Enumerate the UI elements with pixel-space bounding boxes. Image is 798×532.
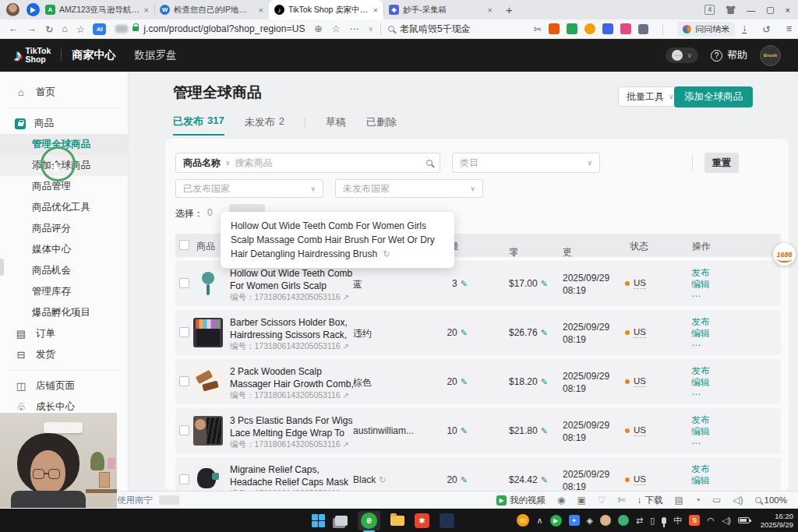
product-title[interactable]: Barber Scissors Holder Box, Hairdressing… xyxy=(230,317,355,342)
published-country-select[interactable]: 已发布国家 ∨ xyxy=(175,179,323,198)
security-badge[interactable]: 92 xyxy=(517,514,529,527)
back-icon[interactable]: ← xyxy=(9,23,19,34)
tray-audio-device-icon[interactable]: ▯ xyxy=(650,516,655,526)
clip-icon[interactable]: ✄ xyxy=(618,495,626,506)
home-icon[interactable]: ⌂ xyxy=(62,23,68,34)
row-checkbox[interactable] xyxy=(179,376,189,386)
add-global-product-button[interactable]: 添加全球商品 xyxy=(674,86,753,107)
tab-close-icon[interactable]: × xyxy=(259,5,263,15)
browser-tab-miaoshou[interactable]: ◆ 妙手-采集箱 × xyxy=(383,0,498,19)
reset-button[interactable]: 重置 xyxy=(704,153,739,173)
theme-skin-icon[interactable] xyxy=(726,5,736,14)
nav-data-compass[interactable]: 数据罗盘 xyxy=(134,48,176,62)
table-row[interactable]: Migraine Relief Caps, Headache Relief Ca… xyxy=(175,457,781,491)
tray-globe-icon[interactable]: ◈ xyxy=(587,516,593,526)
row-checkbox[interactable] xyxy=(179,474,189,484)
sidebar-item-product-rating[interactable]: 商品评分 xyxy=(0,218,128,239)
favorites-icon[interactable]: ☆ xyxy=(76,23,85,35)
tray-green-icon[interactable] xyxy=(618,515,629,526)
browser-tab-ip-check[interactable]: W 检查您自己的IP地址和DNS × xyxy=(154,0,269,19)
dropdown-chevron-icon[interactable]: ∨ xyxy=(368,25,373,33)
tray-blue-app-icon[interactable]: ✦ xyxy=(569,515,580,526)
compat-mode-icon[interactable]: ◔ xyxy=(695,495,701,506)
extension-icon-blue[interactable] xyxy=(602,23,613,34)
sidebar-item-product-optimization[interactable]: 商品优化工具 xyxy=(0,197,128,218)
sidebar-item-media-center[interactable]: 媒体中心 xyxy=(0,239,128,260)
tab-close-icon[interactable]: × xyxy=(144,5,149,15)
sidebar-item-products[interactable]: 商品 xyxy=(0,113,128,134)
product-thumbnail[interactable] xyxy=(193,465,223,491)
col-product[interactable]: 商品 xyxy=(196,240,215,253)
publish-link[interactable]: 发布 xyxy=(691,316,710,328)
start-button[interactable] xyxy=(312,514,325,527)
omni-search-query[interactable]: 老鼠啃毁5千现金 xyxy=(400,23,471,36)
language-selector[interactable]: ⋯ ∨ xyxy=(666,48,698,63)
edit-link[interactable]: 编辑 xyxy=(691,475,710,487)
file-explorer-icon[interactable] xyxy=(390,516,404,526)
nano-assistant-button[interactable]: 问问纳米 xyxy=(677,22,735,37)
printer-icon[interactable]: ▤ xyxy=(674,495,683,506)
bulk-tools-button[interactable]: 批量工具∨ xyxy=(618,86,683,107)
shop-avatar[interactable]: Brush xyxy=(760,45,781,66)
edit-icon[interactable]: ✎ xyxy=(461,279,468,288)
product-title[interactable]: Migraine Relief Caps, Headache Relief Ca… xyxy=(230,464,355,489)
link-icon[interactable]: ↗ xyxy=(343,293,349,301)
tab-unpublished[interactable]: 未发布2 xyxy=(245,115,284,135)
tray-hamster-icon[interactable] xyxy=(600,515,611,526)
sidebar-item-shipping[interactable]: ⊟发货 xyxy=(0,344,128,365)
link-icon[interactable]: ↗ xyxy=(343,342,349,351)
microphone-icon[interactable] xyxy=(662,517,666,524)
tray-play-icon[interactable]: ▶ xyxy=(550,515,562,527)
sort-icon[interactable]: ⇅ xyxy=(511,246,517,255)
favorite-heart-icon[interactable]: ♡ xyxy=(598,495,606,506)
edit-link[interactable]: 编辑 xyxy=(691,377,710,389)
ssl-lock-icon[interactable] xyxy=(132,26,139,31)
tab-draft[interactable]: 草稿 xyxy=(326,115,346,135)
task-view-icon[interactable] xyxy=(335,516,348,526)
download-icon[interactable]: ↓ xyxy=(742,24,747,33)
minimize-button[interactable]: — xyxy=(747,5,755,15)
product-thumbnail[interactable] xyxy=(193,367,223,396)
volume-icon[interactable]: ◁) xyxy=(722,516,731,526)
page-zoom-control[interactable]: 100% xyxy=(755,495,787,505)
tray-sliders-icon[interactable]: ⇄ xyxy=(636,516,643,526)
new-tab-button[interactable]: + xyxy=(506,3,513,16)
tab-close-icon[interactable]: × xyxy=(488,5,493,15)
edit-icon[interactable]: ✎ xyxy=(541,377,548,386)
shield-icon[interactable]: ◉ xyxy=(557,495,565,506)
product-thumbnail[interactable] xyxy=(193,318,223,347)
publish-link[interactable]: 发布 xyxy=(691,414,710,426)
edit-icon[interactable]: ✎ xyxy=(541,426,548,435)
sidebar-item-home[interactable]: ⌂首页 xyxy=(0,82,128,103)
edit-icon[interactable]: ✎ xyxy=(461,377,468,386)
table-row[interactable]: 3 Pcs Elastic Bands For Wigs Lace Meltin… xyxy=(175,408,781,453)
bookmark-star-icon[interactable]: ☆ xyxy=(332,23,341,34)
reload-icon[interactable]: ↻ xyxy=(45,23,53,35)
menu-icon[interactable]: ≡ xyxy=(786,23,792,34)
my-videos-button[interactable]: ▶我的视频 xyxy=(496,495,546,506)
dark-app-icon[interactable] xyxy=(440,513,454,528)
link-icon[interactable]: ↗ xyxy=(343,440,349,449)
sidebar-item-shop-page[interactable]: ◫店铺页面 xyxy=(0,375,128,396)
category-select[interactable]: 类目 ∨ xyxy=(452,153,600,173)
ai-extension-icon[interactable]: AI xyxy=(93,23,106,35)
table-row[interactable]: Barber Scissors Holder Box, Hairdressing… xyxy=(175,310,781,355)
tab-published[interactable]: 已发布317 xyxy=(173,115,224,136)
sort-icon[interactable]: ⇅ xyxy=(565,246,571,255)
edit-icon[interactable]: ✎ xyxy=(541,279,548,288)
product-name-search[interactable]: 商品名称 ∨ 搜索商品 xyxy=(175,153,440,173)
tiktok-shop-logo[interactable]: TikTokShop xyxy=(26,47,51,64)
more-actions[interactable]: ⋯ xyxy=(691,438,710,449)
link-icon[interactable]: ↗ xyxy=(343,391,349,400)
more-actions[interactable]: ⋯ xyxy=(691,340,710,351)
table-row[interactable]: 2 Pack Wooden Scalp Massager Hair Growth… xyxy=(175,359,781,404)
sogou-icon[interactable]: S xyxy=(689,515,700,526)
extension-icon-amber[interactable] xyxy=(584,23,595,34)
search-field-label[interactable]: 商品名称 xyxy=(183,157,221,170)
extensions-puzzle-icon[interactable] xyxy=(638,24,648,34)
mute-icon[interactable]: ◁) xyxy=(733,495,743,506)
more-icon[interactable]: ⋯ xyxy=(349,23,358,34)
product-title[interactable]: 3 Pcs Elastic Bands For Wigs Lace Meltin… xyxy=(230,415,355,440)
product-title[interactable]: Hollow Out Wide Teeth Comb For Women Gir… xyxy=(230,268,355,293)
undo-icon[interactable]: ↺ xyxy=(762,23,770,35)
